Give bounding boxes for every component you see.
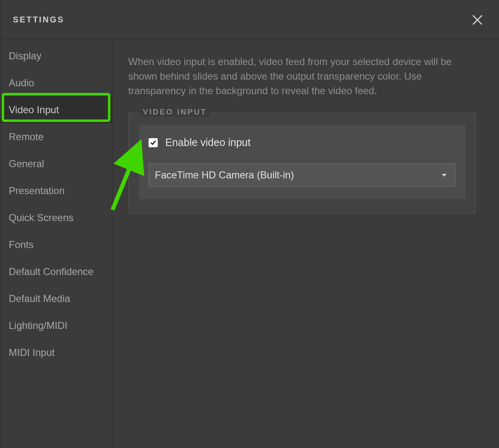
sidebar-item-label: Default Media bbox=[9, 293, 70, 304]
video-device-select[interactable]: FaceTime HD Camera (Built-in) bbox=[149, 163, 455, 187]
enable-video-checkbox[interactable] bbox=[149, 138, 158, 147]
fieldset-inner-panel: Enable video input FaceTime HD Camera (B… bbox=[139, 125, 465, 199]
video-input-fieldset: VIDEO INPUT Enable video input FaceTime … bbox=[128, 113, 476, 214]
sidebar-item-display[interactable]: Display bbox=[1, 42, 112, 69]
sidebar-item-label: Presentation bbox=[9, 185, 65, 197]
close-icon bbox=[471, 14, 484, 26]
sidebar-item-label: Lighting/MIDI bbox=[9, 320, 67, 331]
content-pane: When video input is enabled, video feed … bbox=[113, 40, 499, 448]
fieldset-legend: VIDEO INPUT bbox=[139, 107, 210, 117]
close-button[interactable] bbox=[470, 12, 485, 27]
sidebar-item-presentation[interactable]: Presentation bbox=[1, 177, 112, 204]
sidebar: Display Audio Video Input Remote General… bbox=[1, 40, 113, 448]
sidebar-item-label: Quick Screens bbox=[9, 212, 73, 224]
sidebar-item-label: Fonts bbox=[9, 239, 34, 251]
sidebar-item-remote[interactable]: Remote bbox=[1, 123, 112, 150]
header-bar: SETTINGS bbox=[1, 0, 499, 40]
sidebar-item-default-media[interactable]: Default Media bbox=[1, 285, 112, 312]
sidebar-item-label: Default Confidence bbox=[9, 266, 93, 278]
enable-video-row: Enable video input bbox=[149, 136, 455, 149]
sidebar-item-default-confidence[interactable]: Default Confidence bbox=[1, 258, 112, 285]
sidebar-item-label: Display bbox=[9, 50, 42, 62]
sidebar-item-label: MIDI Input bbox=[9, 347, 55, 358]
window-title: SETTINGS bbox=[13, 15, 64, 24]
sidebar-item-audio[interactable]: Audio bbox=[1, 69, 112, 96]
sidebar-item-lighting-midi[interactable]: Lighting/MIDI bbox=[1, 312, 112, 339]
section-description: When video input is enabled, video feed … bbox=[128, 55, 476, 98]
sidebar-item-quick-screens[interactable]: Quick Screens bbox=[1, 204, 112, 231]
sidebar-item-general[interactable]: General bbox=[1, 150, 112, 177]
sidebar-item-label: Audio bbox=[9, 77, 34, 89]
sidebar-item-label: Video Input bbox=[9, 104, 59, 116]
settings-window: SETTINGS Display Audio Video Input Remot… bbox=[1, 0, 499, 448]
enable-video-label: Enable video input bbox=[165, 136, 251, 149]
sidebar-item-label: Remote bbox=[9, 131, 44, 143]
sidebar-item-label: General bbox=[9, 158, 44, 170]
sidebar-item-midi-input[interactable]: MIDI Input bbox=[1, 339, 112, 366]
sidebar-item-fonts[interactable]: Fonts bbox=[1, 231, 112, 258]
sidebar-item-video-input[interactable]: Video Input bbox=[1, 96, 112, 123]
checkmark-icon bbox=[150, 139, 157, 146]
body-layout: Display Audio Video Input Remote General… bbox=[1, 40, 499, 448]
chevron-down-icon bbox=[442, 174, 447, 177]
select-value: FaceTime HD Camera (Built-in) bbox=[155, 169, 294, 181]
